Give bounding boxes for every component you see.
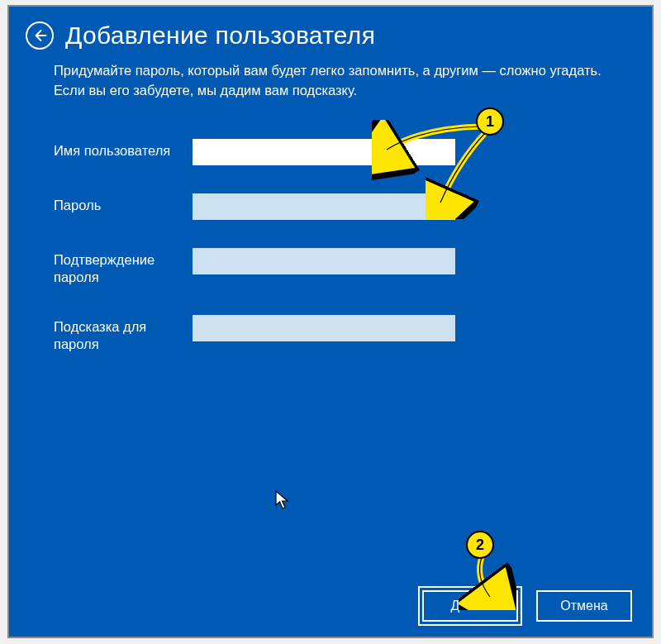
label-username: Имя пользователя	[54, 139, 193, 160]
row-confirm: Подтверждение пароля	[54, 248, 652, 287]
dialog-title: Добавление пользователя	[65, 21, 375, 50]
confirm-password-input[interactable]	[193, 248, 455, 274]
row-hint: Подсказка для пароля	[54, 315, 652, 354]
back-button[interactable]	[26, 21, 54, 50]
row-password: Пароль	[54, 193, 652, 220]
arrow-left-icon	[32, 28, 47, 43]
annotation-marker-2: 2	[466, 531, 494, 559]
annotation-marker-1: 1	[476, 107, 504, 136]
label-confirm: Подтверждение пароля	[54, 248, 193, 287]
password-hint-input[interactable]	[193, 315, 455, 341]
label-password: Пароль	[54, 193, 193, 214]
label-hint: Подсказка для пароля	[54, 315, 193, 354]
dialog-header: Добавление пользователя	[9, 7, 652, 58]
cancel-button[interactable]: Отмена	[536, 590, 632, 622]
password-input[interactable]	[193, 193, 455, 220]
row-username: Имя пользователя	[54, 139, 652, 165]
username-input[interactable]	[193, 139, 455, 165]
dialog-description: Придумайте пароль, который вам будет лег…	[9, 58, 652, 121]
add-user-dialog: Добавление пользователя Придумайте парол…	[7, 5, 654, 638]
dialog-footer: Далее Отмена	[422, 590, 632, 622]
next-button[interactable]: Далее	[422, 590, 518, 622]
form: Имя пользователя Пароль Подтверждение па…	[9, 121, 652, 354]
